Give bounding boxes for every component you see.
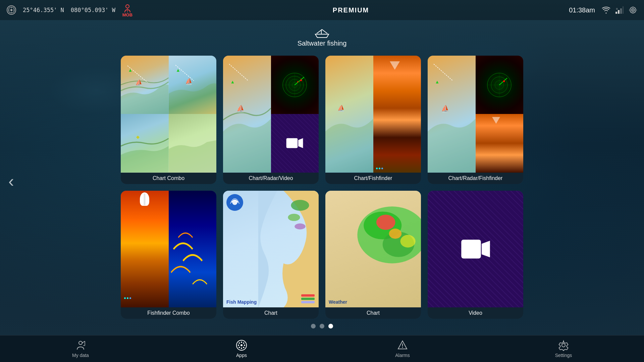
svg-line-20 xyxy=(127,66,148,82)
card-fishfinder-combo[interactable]: Fishfinder Combo xyxy=(121,191,216,319)
card-chart-combo[interactable]: ⛵ ▲ ⛵ ▲ xyxy=(121,56,216,184)
svg-rect-18 xyxy=(321,29,322,34)
svg-line-22 xyxy=(229,64,248,81)
mob-label: MOB xyxy=(122,12,132,17)
gps-lon: 080°05.093' W xyxy=(71,7,115,13)
cards-grid: ⛵ ▲ ⛵ ▲ xyxy=(121,56,523,319)
topbar-right: 01:38am 0 xyxy=(569,6,637,14)
page-header: Saltwater fishing xyxy=(298,27,347,47)
svg-point-57 xyxy=(240,344,243,346)
bottom-nav: My data Apps Alarms Set xyxy=(0,335,644,362)
svg-point-42 xyxy=(288,214,300,221)
svg-point-64 xyxy=(243,343,245,344)
svg-rect-9 xyxy=(618,10,620,14)
svg-point-48 xyxy=(389,229,402,239)
alarms-icon xyxy=(397,340,408,351)
svg-rect-10 xyxy=(620,8,622,14)
gps-icon xyxy=(7,5,16,15)
svg-point-62 xyxy=(239,343,240,344)
svg-point-41 xyxy=(291,200,309,210)
nav-apps[interactable]: Apps xyxy=(228,340,255,358)
nav-my-data-label: My data xyxy=(72,353,89,358)
svg-rect-50 xyxy=(461,240,481,258)
topbar: 25°46.355' N 080°05.093' W MOB PREMIUM 0… xyxy=(0,0,644,20)
fish-mapping-overlay-label: Fish Mapping xyxy=(226,299,257,305)
dot-2[interactable] xyxy=(320,324,324,328)
my-data-icon xyxy=(75,340,86,351)
nav-alarms-label: Alarms xyxy=(395,353,410,358)
prev-arrow[interactable]: ‹ xyxy=(8,171,14,191)
svg-marker-51 xyxy=(482,241,490,257)
nav-alarms[interactable]: Alarms xyxy=(389,340,416,358)
card-fish-mapping-label: Chart xyxy=(223,307,319,319)
svg-line-33 xyxy=(434,64,453,81)
nav-apps-label: Apps xyxy=(236,353,247,358)
card-chart-radar-video[interactable]: ⛵ ▲ xyxy=(223,56,319,184)
boat-icon xyxy=(313,27,331,40)
nav-settings[interactable]: Settings xyxy=(550,340,577,358)
svg-point-58 xyxy=(241,342,242,343)
card-radar-fishfinder-label: Chart/Radar/Fishfinder xyxy=(428,173,523,184)
svg-rect-31 xyxy=(286,138,298,148)
svg-rect-8 xyxy=(615,12,617,14)
gps-coords: 25°46.355' N xyxy=(23,7,64,13)
svg-point-43 xyxy=(294,223,305,229)
svg-point-67 xyxy=(402,347,403,348)
dot-1[interactable] xyxy=(311,324,316,328)
svg-point-47 xyxy=(376,215,395,230)
nav-settings-label: Settings xyxy=(555,353,572,358)
nav-my-data[interactable]: My data xyxy=(67,340,94,358)
svg-point-65 xyxy=(239,347,240,348)
status-icons: 0 xyxy=(602,6,637,14)
svg-point-30 xyxy=(297,81,299,82)
card-video[interactable]: Video xyxy=(428,191,523,319)
card-fish-mapping[interactable]: Fish Mapping Chart xyxy=(223,191,319,319)
video-large-icon xyxy=(461,237,491,261)
svg-point-59 xyxy=(241,348,242,349)
card-chart-radar-fishfinder[interactable]: ⛵ ▲ xyxy=(428,56,523,184)
antenna-icon xyxy=(629,6,637,14)
card-fishfinder-combo-label: Fishfinder Combo xyxy=(121,307,216,319)
svg-point-1 xyxy=(10,9,12,11)
main-content: Saltwater fishing ⛵ ▲ xyxy=(0,20,644,335)
svg-point-61 xyxy=(244,345,245,346)
svg-point-6 xyxy=(126,5,129,8)
apps-icon xyxy=(236,340,247,351)
card-radar-video-label: Chart/Radar/Video xyxy=(223,173,319,184)
svg-point-52 xyxy=(79,341,82,345)
svg-marker-32 xyxy=(298,138,303,148)
mob-button[interactable]: MOB xyxy=(122,3,133,17)
card-combo-label: Chart Combo xyxy=(121,173,216,184)
dot-3[interactable] xyxy=(328,324,333,328)
card-fishfinder-label: Chart/Fishfinder xyxy=(325,173,421,184)
clock: 01:38am xyxy=(569,6,595,14)
svg-point-63 xyxy=(243,347,245,348)
card-video-label: Video xyxy=(428,307,523,319)
wifi-icon xyxy=(602,6,610,14)
svg-line-53 xyxy=(82,341,85,343)
svg-point-68 xyxy=(562,344,565,347)
topbar-left: 25°46.355' N 080°05.093' W MOB xyxy=(7,3,133,17)
svg-text:0: 0 xyxy=(616,7,618,10)
card-weather[interactable]: Weather Chart xyxy=(325,191,421,319)
svg-rect-11 xyxy=(623,6,624,14)
svg-point-29 xyxy=(300,79,302,81)
video-cam-icon xyxy=(285,136,304,150)
svg-line-21 xyxy=(175,65,194,81)
svg-point-60 xyxy=(238,345,239,346)
settings-icon xyxy=(558,340,569,351)
card-weather-label: Chart xyxy=(325,307,421,319)
svg-point-49 xyxy=(400,235,416,247)
weather-overlay-label: Weather xyxy=(329,299,347,305)
svg-point-39 xyxy=(503,80,505,82)
pagination xyxy=(311,324,333,328)
page-title: Saltwater fishing xyxy=(298,40,347,47)
signal-icon: 0 xyxy=(615,6,624,14)
premium-label: PREMIUM xyxy=(333,6,369,14)
card-chart-fishfinder[interactable]: ⛵ Chart/Fishfinder xyxy=(325,56,421,184)
